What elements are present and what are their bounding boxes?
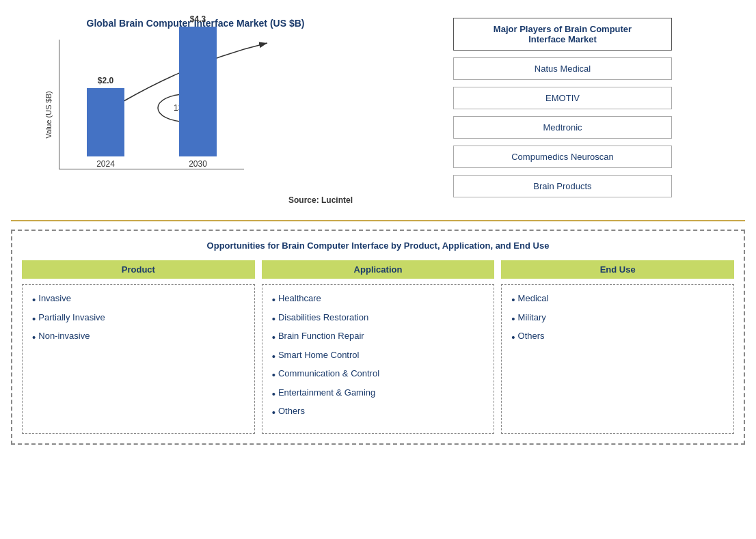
product-column: Product • Invasive • Partially Invasive … [22,260,255,434]
source-text: Source: Lucintel [25,195,366,205]
player-item-3: Compumedics Neuroscan [453,146,672,168]
bullet-icon: • [511,293,515,307]
bullet-icon: • [272,368,275,382]
bullet-icon: • [511,331,515,344]
list-item: • Disabilities Restoration [272,312,485,326]
list-item: • Communication & Control [272,368,485,382]
list-item: • Medical [511,293,724,307]
bar-label-2030: 2030 [189,159,207,169]
columns-row: Product • Invasive • Partially Invasive … [22,260,734,434]
top-section: Global Brain Computer Interface Market (… [11,11,745,221]
bars-wrapper: $2.0 2024 $4.3 2030 [59,40,244,169]
bullet-icon: • [511,312,515,326]
list-item: • Smart Home Control [272,350,485,363]
list-item: • Others [511,331,724,344]
chart-area: Value (US $B) 13.0% $2.0 [25,40,366,190]
list-item: • Others [272,406,485,419]
chart-container: Global Brain Computer Interface Market (… [11,11,380,212]
bullet-icon: • [272,312,275,326]
bullet-icon: • [272,387,275,401]
application-column: Application • Healthcare • Disabilities … [262,260,495,434]
list-item: • Partially Invasive [32,312,245,326]
application-items: • Healthcare • Disabilities Restoration … [262,284,495,434]
bullet-icon: • [272,293,275,307]
major-players-section: Major Players of Brain Computer Interfac… [380,11,745,212]
bar-value-2030: $4.3 [190,14,206,24]
bar-value-2024: $2.0 [98,76,113,85]
list-item: • Military [511,312,724,326]
list-item: • Non-invasive [32,331,245,344]
bottom-section: Opportunities for Brain Computer Interfa… [11,230,745,445]
product-header: Product [22,260,255,279]
bar-group-2024: $2.0 2024 [87,76,124,169]
enduse-header: End Use [501,260,734,279]
major-players-title: Major Players of Brain Computer Interfac… [453,18,672,51]
bullet-icon: • [32,331,36,344]
player-item-4: Brain Products [453,175,672,197]
bar-group-2030: $4.3 2030 [179,14,217,169]
bullet-icon: • [272,350,275,363]
bullet-icon: • [272,406,275,419]
player-item-1: EMOTIV [453,87,672,109]
application-header: Application [262,260,495,279]
y-axis-label: Value (US $B) [44,91,53,139]
list-item: • Brain Function Repair [272,331,485,344]
opportunities-title: Opportunities for Brain Computer Interfa… [22,240,734,251]
bullet-icon: • [32,293,36,307]
player-item-2: Medtronic [453,116,672,139]
product-items: • Invasive • Partially Invasive • Non-in… [22,284,255,434]
bar-2030 [179,27,217,156]
list-item: • Entertainment & Gaming [272,387,485,401]
bullet-icon: • [272,331,275,344]
bar-label-2024: 2024 [96,159,115,169]
player-item-0: Natus Medical [453,57,672,80]
list-item: • Invasive [32,293,245,307]
list-item: • Healthcare [272,293,485,307]
bullet-icon: • [32,312,36,326]
enduse-items: • Medical • Military • Others [501,284,734,434]
enduse-column: End Use • Medical • Military • Others [501,260,734,434]
bar-2024 [87,88,124,156]
